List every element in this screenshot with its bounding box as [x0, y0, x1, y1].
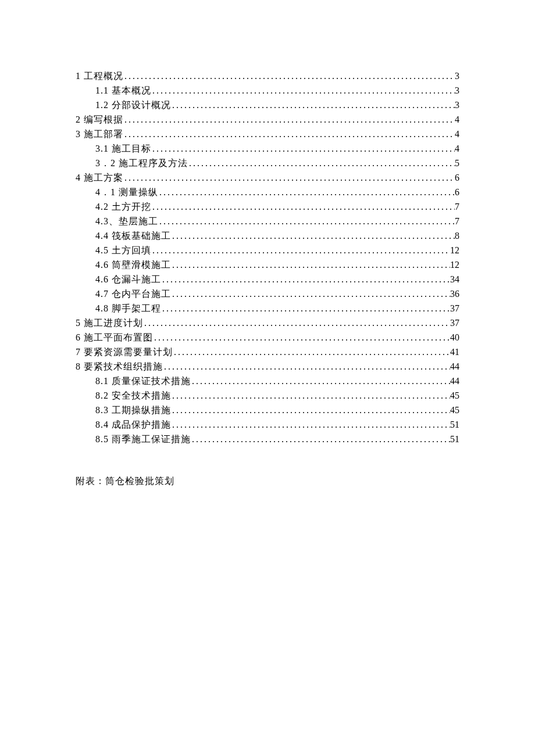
toc-entry[interactable]: 3 施工部署 4: [76, 127, 459, 141]
toc-page-number: 40: [450, 330, 459, 345]
toc-page-number: 37: [450, 301, 459, 316]
toc-entry[interactable]: 4.6 筒壁滑模施工 12: [76, 257, 459, 272]
toc-entry[interactable]: 4.4 筏板基础施工 8: [76, 228, 459, 243]
toc-title: 4.3、垫层施工: [95, 214, 158, 228]
toc-title: 7 要紧资源需要量计划: [76, 345, 173, 359]
toc-title: 5 施工进度计划: [76, 316, 143, 330]
toc-leader-dots: [153, 330, 450, 345]
toc-page-number: 34: [450, 272, 459, 286]
toc-title: 3．2 施工程序及方法: [95, 156, 188, 170]
toc-page-number: 12: [450, 257, 459, 272]
toc-title: 6 施工平面布置图: [76, 330, 153, 345]
toc-title: 8.5 雨季施工保证措施: [95, 432, 191, 446]
toc-leader-dots: [188, 156, 455, 170]
toc-leader-dots: [161, 272, 450, 286]
toc-page-number: 37: [450, 316, 459, 330]
toc-entry[interactable]: 8 要紧技术组织措施 44: [76, 359, 459, 374]
toc-title: 8.1 质量保证技术措施: [95, 374, 191, 388]
toc-leader-dots: [123, 127, 455, 141]
toc-title: 4.7 仓内平台施工: [95, 286, 171, 301]
toc-title: 2 编写根据: [76, 112, 123, 127]
toc-title: 3 施工部署: [76, 127, 123, 141]
toc-leader-dots: [173, 345, 450, 359]
toc-entry[interactable]: 4．1 测量操纵 6: [76, 185, 459, 199]
toc-page-number: 8: [455, 228, 459, 243]
toc-entry[interactable]: 2 编写根据 4: [76, 112, 459, 127]
toc-leader-dots: [151, 243, 450, 257]
toc-title: 8 要紧技术组织措施: [76, 359, 163, 374]
toc-entry[interactable]: 1.1 基本概况 3: [76, 83, 459, 98]
toc-leader-dots: [151, 141, 455, 156]
toc-leader-dots: [161, 301, 450, 316]
toc-entry[interactable]: 4.5 土方回填 12: [76, 243, 459, 257]
toc-entry[interactable]: 8.4 成品保护措施 51: [76, 417, 459, 432]
toc-entry[interactable]: 4 施工方案 6: [76, 170, 459, 185]
toc-page-number: 36: [450, 286, 459, 301]
toc-page-number: 12: [450, 243, 459, 257]
toc-title: 8.3 工期操纵措施: [95, 403, 171, 417]
toc-leader-dots: [123, 69, 455, 83]
toc-page-number: 5: [455, 156, 459, 170]
toc-entry[interactable]: 3.1 施工目标 4: [76, 141, 459, 156]
toc-entry[interactable]: 7 要紧资源需要量计划 41: [76, 345, 459, 359]
toc-title: 1.1 基本概况: [95, 83, 151, 98]
toc-leader-dots: [191, 374, 450, 388]
toc-entry[interactable]: 5 施工进度计划 37: [76, 316, 459, 330]
toc-leader-dots: [163, 359, 450, 374]
toc-page-number: 44: [450, 374, 459, 388]
toc-entry[interactable]: 8.5 雨季施工保证措施 51: [76, 432, 459, 446]
toc-title: 4.5 土方回填: [95, 243, 151, 257]
appendix-line: 附表：筒仓检验批策划: [76, 475, 459, 488]
toc-leader-dots: [171, 388, 450, 403]
toc-entry[interactable]: 4.3、垫层施工 7: [76, 214, 459, 228]
toc-entry[interactable]: 1 工程概况 3: [76, 69, 459, 83]
toc-entry[interactable]: 3．2 施工程序及方法 5: [76, 156, 459, 170]
toc-page-number: 3: [455, 69, 459, 83]
toc-page-number: 44: [450, 359, 459, 374]
toc-entry[interactable]: 4.7 仓内平台施工 36: [76, 286, 459, 301]
toc-page-number: 51: [450, 432, 459, 446]
toc-entry[interactable]: 4.2 土方开挖 7: [76, 199, 459, 214]
toc-leader-dots: [151, 83, 455, 98]
toc-page-number: 51: [450, 417, 459, 432]
toc-entry[interactable]: 4.8 脚手架工程 37: [76, 301, 459, 316]
toc-leader-dots: [151, 199, 455, 214]
toc-title: 4.6 仓漏斗施工: [95, 272, 161, 286]
toc-title: 1.2 分部设计概况: [95, 98, 171, 112]
toc-leader-dots: [158, 214, 455, 228]
toc-page-number: 3: [455, 83, 459, 98]
toc-title: 3.1 施工目标: [95, 141, 151, 156]
table-of-contents: 1 工程概况 3 1.1 基本概况 3 1.2 分部设计概况 3 2 编写根据 …: [76, 69, 459, 446]
toc-entry[interactable]: 4.6 仓漏斗施工 34: [76, 272, 459, 286]
toc-leader-dots: [171, 403, 450, 417]
toc-title: 4.8 脚手架工程: [95, 301, 161, 316]
toc-leader-dots: [123, 112, 455, 127]
toc-leader-dots: [171, 98, 455, 112]
toc-page-number: 41: [450, 345, 459, 359]
toc-leader-dots: [123, 170, 455, 185]
toc-leader-dots: [171, 286, 450, 301]
toc-leader-dots: [171, 228, 455, 243]
toc-title: 4 施工方案: [76, 170, 123, 185]
toc-leader-dots: [191, 432, 450, 446]
toc-title: 8.2 安全技术措施: [95, 388, 171, 403]
toc-page-number: 7: [455, 199, 459, 214]
toc-title: 8.4 成品保护措施: [95, 417, 171, 432]
toc-leader-dots: [171, 257, 450, 272]
toc-entry[interactable]: 8.2 安全技术措施 45: [76, 388, 459, 403]
toc-leader-dots: [158, 185, 455, 199]
toc-page-number: 7: [455, 214, 459, 228]
toc-page-number: 45: [450, 403, 459, 417]
toc-leader-dots: [171, 417, 450, 432]
toc-title: 4.6 筒壁滑模施工: [95, 257, 171, 272]
toc-leader-dots: [143, 316, 450, 330]
toc-title: 1 工程概况: [76, 69, 123, 83]
toc-entry[interactable]: 8.1 质量保证技术措施 44: [76, 374, 459, 388]
toc-title: 4.2 土方开挖: [95, 199, 151, 214]
toc-page-number: 4: [455, 141, 459, 156]
toc-page-number: 6: [455, 170, 459, 185]
toc-entry[interactable]: 6 施工平面布置图 40: [76, 330, 459, 345]
toc-page-number: 3: [455, 98, 459, 112]
toc-entry[interactable]: 1.2 分部设计概况 3: [76, 98, 459, 112]
toc-entry[interactable]: 8.3 工期操纵措施 45: [76, 403, 459, 417]
